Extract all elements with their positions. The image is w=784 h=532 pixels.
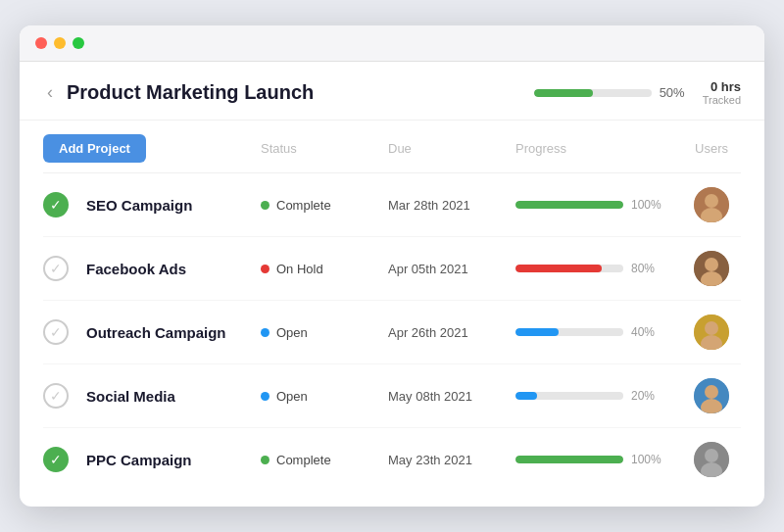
row-users <box>682 442 741 477</box>
row-due: Mar 28th 2021 <box>388 198 515 213</box>
status-label: On Hold <box>276 262 323 276</box>
tracked-block: 0 hrs Tracked <box>703 79 741 106</box>
progress-track <box>515 201 623 209</box>
row-users <box>682 187 741 222</box>
table-row[interactable]: ✓ Social Media Open May 08th 2021 20% <box>43 364 741 428</box>
titlebar <box>20 25 764 62</box>
page-header: ‹ Product Marketing Launch 50% 0 hrs Tra… <box>20 62 764 121</box>
row-status: On Hold <box>261 262 388 276</box>
row-name: PPC Campaign <box>86 452 261 468</box>
table-header: Add Project Status Due Progress Users <box>43 121 741 173</box>
table-row[interactable]: ✓ Facebook Ads On Hold Apr 05th 2021 80% <box>43 237 741 301</box>
header-right: 50% 0 hrs Tracked <box>534 79 741 106</box>
avatar <box>694 442 729 477</box>
row-check-col: ✓ <box>43 383 86 409</box>
avatar <box>694 251 729 286</box>
progress-label: 40% <box>631 325 665 339</box>
row-due: May 23th 2021 <box>388 453 515 467</box>
page-title: Product Marketing Launch <box>67 81 314 104</box>
row-check-col: ✓ <box>43 319 86 345</box>
progress-track <box>515 328 623 336</box>
col-status-header: Status <box>261 141 388 156</box>
status-dot <box>261 456 270 464</box>
check-incomplete-icon[interactable]: ✓ <box>43 256 69 281</box>
status-dot <box>261 328 270 337</box>
row-name: Social Media <box>86 388 261 405</box>
col-due-header: Due <box>388 141 515 156</box>
project-table: Add Project Status Due Progress Users ✓ … <box>20 121 764 507</box>
check-complete-icon[interactable]: ✓ <box>43 192 69 218</box>
header-progress-fill <box>534 89 593 97</box>
status-dot <box>261 265 270 273</box>
avatar <box>694 378 729 413</box>
progress-label: 80% <box>631 262 665 275</box>
svg-point-13 <box>705 449 718 462</box>
row-progress: 80% <box>515 262 682 275</box>
row-users <box>682 314 741 350</box>
status-dot <box>261 201 270 210</box>
progress-fill <box>515 456 623 463</box>
progress-fill <box>515 328 559 336</box>
row-progress: 20% <box>515 389 682 403</box>
header-left: ‹ Product Marketing Launch <box>43 80 314 105</box>
avatar <box>694 314 729 350</box>
col-users-header: Users <box>682 141 741 156</box>
row-check-col: ✓ <box>43 192 86 218</box>
row-users <box>682 378 741 413</box>
row-name: SEO Campaign <box>86 197 261 214</box>
svg-point-7 <box>705 321 718 335</box>
progress-label: 100% <box>631 198 665 212</box>
progress-label: 20% <box>631 389 665 403</box>
header-progress: 50% <box>534 85 685 100</box>
status-label: Open <box>276 389 308 404</box>
col-check-header: Add Project <box>43 134 86 163</box>
row-name: Outreach Campaign <box>86 324 261 341</box>
row-due: May 08th 2021 <box>388 389 515 404</box>
avatar <box>694 187 729 222</box>
main-window: ‹ Product Marketing Launch 50% 0 hrs Tra… <box>20 25 764 507</box>
tracked-label: Tracked <box>703 94 741 106</box>
progress-track <box>515 265 623 272</box>
minimize-dot[interactable] <box>54 37 66 49</box>
row-status: Open <box>261 325 388 340</box>
row-progress: 100% <box>515 453 682 466</box>
check-incomplete-icon[interactable]: ✓ <box>43 319 69 345</box>
table-row[interactable]: ✓ PPC Campaign Complete May 23th 2021 10… <box>43 428 741 491</box>
status-label: Complete <box>276 453 331 467</box>
svg-point-4 <box>705 258 718 271</box>
row-status: Complete <box>261 453 388 467</box>
progress-track <box>515 392 623 400</box>
row-status: Complete <box>261 198 388 213</box>
add-project-button[interactable]: Add Project <box>43 134 146 163</box>
header-progress-label: 50% <box>660 85 685 100</box>
row-due: Apr 05th 2021 <box>388 262 515 276</box>
row-progress: 100% <box>515 198 682 212</box>
svg-point-10 <box>705 385 718 399</box>
table-row[interactable]: ✓ SEO Campaign Complete Mar 28th 2021 10… <box>43 173 741 237</box>
row-name: Facebook Ads <box>86 261 261 277</box>
header-progress-track <box>534 89 652 97</box>
row-check-col: ✓ <box>43 447 86 472</box>
svg-point-1 <box>705 194 718 208</box>
progress-label: 100% <box>631 453 665 466</box>
back-button[interactable]: ‹ <box>43 80 57 105</box>
status-dot <box>261 392 270 401</box>
check-incomplete-icon[interactable]: ✓ <box>43 383 69 409</box>
table-body: ✓ SEO Campaign Complete Mar 28th 2021 10… <box>43 173 741 491</box>
row-progress: 40% <box>515 325 682 339</box>
check-complete-icon[interactable]: ✓ <box>43 447 69 472</box>
progress-track <box>515 456 623 463</box>
row-due: Apr 26th 2021 <box>388 325 515 340</box>
progress-fill <box>515 201 623 209</box>
col-progress-header: Progress <box>515 141 682 156</box>
status-label: Complete <box>276 198 331 213</box>
row-users <box>682 251 741 286</box>
status-label: Open <box>276 325 308 340</box>
row-check-col: ✓ <box>43 256 86 281</box>
row-status: Open <box>261 389 388 404</box>
progress-fill <box>515 265 602 272</box>
maximize-dot[interactable] <box>73 37 84 49</box>
progress-fill <box>515 392 537 400</box>
close-dot[interactable] <box>35 37 47 49</box>
table-row[interactable]: ✓ Outreach Campaign Open Apr 26th 2021 4… <box>43 301 741 364</box>
